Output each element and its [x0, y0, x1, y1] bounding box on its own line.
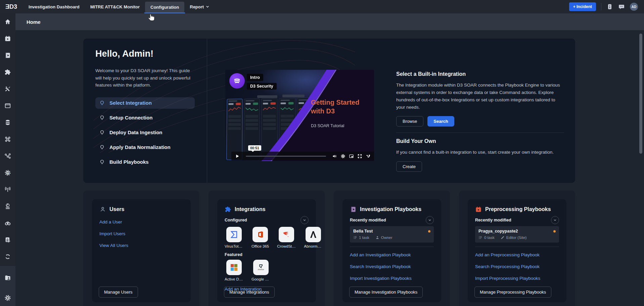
manage-preprocessing-playbooks-button[interactable]: Manage Preprocessing Playbooks [474, 287, 551, 298]
import-users-link[interactable]: Import Users [99, 231, 183, 236]
configured-label: Configured [225, 218, 247, 222]
integration-tile-abnormal[interactable]: Abnormal ... [304, 227, 323, 248]
dashboard-sections: Users Add a User Import Users View All U… [83, 191, 575, 306]
data-ingestion-icon[interactable] [0, 181, 15, 198]
video-title-badge[interactable]: Intro [247, 74, 263, 81]
manage-users-button[interactable]: Manage Users [99, 287, 138, 298]
recently-modified-label: Recently modified [350, 218, 386, 222]
case-files-icon[interactable] [0, 269, 15, 286]
users-card: Users Add a User Import Users View All U… [92, 199, 191, 302]
step-label: Apply Data Normalization [109, 144, 171, 150]
play-icon[interactable] [235, 154, 240, 159]
vertical-scrollbar-thumb[interactable] [639, 34, 642, 154]
settings-gear-icon[interactable] [340, 154, 346, 159]
web-globe-icon[interactable] [0, 198, 15, 215]
home-icon[interactable] [0, 13, 15, 30]
playbook-item-pragya-copypaste2[interactable]: Pragya_copypaste2 0 task Editor (Site) [475, 226, 559, 243]
tab-configuration[interactable]: Configuration [145, 2, 184, 12]
volume-icon[interactable] [332, 154, 337, 159]
welcome-heading: Hello, Admin! [95, 49, 201, 59]
search-button[interactable]: Search [427, 116, 454, 126]
utilities-icon[interactable] [0, 81, 15, 97]
search-preprocessing-playbook-link[interactable]: Search Preprocessing Playbook [475, 264, 559, 269]
users-section: Users Add a User Import Users View All U… [83, 191, 199, 306]
configured-integrations: VirusTotal... Office 365 CrowdStri... [225, 227, 309, 248]
vimeo-icon[interactable] [366, 154, 371, 159]
data-management-icon[interactable] [0, 114, 15, 131]
chat-icon[interactable] [618, 3, 625, 10]
crowdstrike-logo [279, 227, 294, 242]
video-controls [231, 152, 374, 160]
person-icon [375, 236, 379, 240]
integrations-icon[interactable] [0, 64, 15, 81]
step-build-playbooks[interactable]: Build Playbooks [95, 156, 195, 168]
step-setup-connection[interactable]: Setup Connection [95, 112, 195, 123]
integration-tile-office365[interactable]: Office 365 [251, 227, 269, 248]
step-select-integration[interactable]: Select Integration [95, 97, 195, 109]
search-investigation-playbook-link[interactable]: Search Investigation Playbook [350, 264, 434, 269]
new-incident-button[interactable]: + Incident [569, 2, 596, 11]
video-thumbnail-tab [282, 95, 305, 97]
video-progress-bar[interactable] [246, 156, 326, 157]
d3-logo[interactable]: ƎD3 [0, 0, 23, 13]
playbook-library-icon[interactable] [0, 47, 15, 64]
import-preprocessing-playbooks-link[interactable]: Import Preprocessing Playbooks [475, 276, 559, 281]
api-icon[interactable]: API [0, 164, 15, 181]
svg-text:chronicle: chronicle [258, 269, 264, 270]
report-editor-icon[interactable] [0, 232, 15, 248]
integration-tile-active-directory[interactable]: Active Dir... [225, 260, 243, 281]
integration-tile-crowdstrike[interactable]: CrowdStri... [277, 227, 296, 248]
preprocessing-playbooks-section: Preprocessing Playbooks Recently modifie… [459, 191, 575, 306]
add-investigation-playbook-link[interactable]: Add an Investigation Playbook [350, 252, 434, 257]
collapse-chevron-icon[interactable] [426, 216, 434, 224]
owner-role: Owner [375, 236, 393, 240]
import-investigation-playbooks-link[interactable]: Import Investigation Playbooks [350, 276, 434, 281]
video-channel-badge[interactable]: D3 Security [247, 83, 277, 90]
left-sidebar: API [0, 13, 15, 306]
settings-gear-icon[interactable] [0, 290, 15, 306]
collapse-chevron-icon[interactable] [301, 216, 309, 224]
user-avatar[interactable]: AD [630, 3, 638, 11]
tab-investigation-dashboard[interactable]: Investigation Dashboard [23, 0, 85, 13]
video-overlay-title: Getting Started with D3 [311, 98, 370, 115]
add-preprocessing-playbook-link[interactable]: Add an Preprocessing Playbook [475, 252, 559, 257]
tab-report[interactable]: Report [184, 0, 215, 13]
manage-integrations-button[interactable]: Manage Integrations [224, 287, 275, 298]
tutorial-video-player[interactable]: Intro D3 Security Getting Started with D… [225, 70, 374, 161]
tab-report-label: Report [190, 4, 204, 9]
collapse-chevron-icon[interactable] [551, 216, 559, 224]
lightbulb-icon [99, 145, 105, 150]
tab-mitre-attck-monitor[interactable]: MITRE ATT&CK Monitor [85, 0, 145, 13]
calendar-play-icon [475, 206, 482, 213]
event-playbook-icon[interactable] [0, 30, 15, 47]
create-button[interactable]: Create [396, 161, 422, 172]
step-apply-data-normalization[interactable]: Apply Data Normalization [95, 142, 195, 153]
manage-investigation-playbooks-button[interactable]: Manage Investigation Playbooks [349, 287, 423, 298]
playbook-item-bella-test[interactable]: Bella Test 1 task Owner [350, 226, 434, 243]
d3-security-logo [229, 73, 245, 89]
browse-button[interactable]: Browse [396, 116, 423, 126]
navbar-divider [601, 3, 601, 10]
user-icon [99, 206, 106, 213]
release-notes-icon[interactable] [606, 3, 613, 10]
sync-icon[interactable] [0, 248, 15, 265]
step-deploy-data-ingestion[interactable]: Deploy Data Ingestion [95, 127, 195, 138]
playbook-name: Pragya_copypaste2 [478, 229, 556, 234]
command-icon[interactable] [0, 131, 15, 148]
picture-in-picture-icon[interactable] [349, 154, 354, 159]
connections-icon[interactable] [0, 148, 15, 164]
users-card-title: Users [109, 206, 124, 212]
fullscreen-icon[interactable] [357, 154, 362, 159]
welcome-left-column: Hello, Admin! Welcome to your D3 SOAR jo… [95, 49, 201, 171]
virustotal-logo [226, 227, 242, 242]
window-icon[interactable] [0, 97, 15, 114]
main-tabs: Investigation Dashboard MITRE ATT&CK Mon… [23, 0, 215, 13]
investigation-playbooks-title: Investigation Playbooks [360, 206, 421, 212]
video-thumbnail-tab [257, 95, 277, 98]
add-a-user-link[interactable]: Add a User [99, 219, 183, 224]
builtin-integration-description: The Integration module within D3 SOAR co… [396, 82, 564, 111]
investigate-icon[interactable] [0, 215, 15, 232]
integration-tile-google-chronicle[interactable]: chronicle Google C... [251, 260, 270, 281]
view-all-users-link[interactable]: View All Users [99, 243, 183, 248]
integration-tile-virustotal[interactable]: VirusTotal... [225, 227, 243, 248]
